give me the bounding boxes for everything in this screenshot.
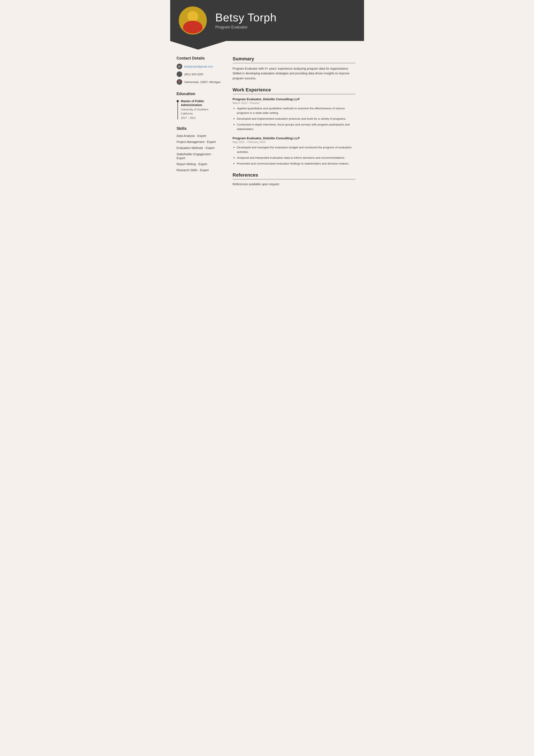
location-item: 📍 Selmerstad, 13657, Michigan — [177, 79, 221, 85]
edu-bullet — [177, 100, 179, 102]
education-section: Education Master of Public Administratio… — [177, 92, 221, 120]
location-value: Selmerstad, 13657, Michigan — [184, 80, 220, 84]
references-text: References available upon request — [233, 182, 355, 186]
references-title: References — [233, 172, 355, 179]
job-0-bullet-0: Applied quantitative and qualitative met… — [233, 106, 355, 115]
contact-title: Contact Details — [177, 56, 221, 61]
candidate-name: Betsy Torph — [216, 12, 355, 24]
job-0-bullet-1: Developed and implemented evaluation pro… — [233, 117, 355, 121]
sidebar: Contact Details ✉ betsytorph@gmail.com 📞… — [170, 50, 226, 201]
job-0-bullet-2: Conducted in-depth interviews, focus gro… — [233, 122, 355, 131]
summary-title: Summary — [233, 56, 355, 63]
candidate-title: Program Evaluator — [216, 25, 355, 30]
skill-5: Research Skills - Expert — [177, 168, 221, 172]
job-1: Program Evaluator, Deloitte Consulting L… — [233, 136, 355, 166]
job-1-bullet-0: Developed and managed the evaluation bud… — [233, 145, 355, 154]
job-0: Program Evaluator, Deloitte Consulting L… — [233, 97, 355, 131]
main-body: Contact Details ✉ betsytorph@gmail.com 📞… — [170, 50, 364, 201]
skill-1: Project Management - Expert — [177, 140, 221, 144]
email-icon: ✉ — [177, 64, 182, 69]
job-1-bullet-2: Presented and communicated evaluation fi… — [233, 162, 355, 166]
summary-section: Summary Program Evaluator with 5+ years'… — [233, 56, 355, 81]
job-0-bullets: Applied quantitative and qualitative met… — [233, 106, 355, 131]
header-chevron — [170, 41, 226, 50]
job-1-title: Program Evaluator, Deloitte Consulting L… — [233, 136, 355, 140]
avatar-image — [180, 7, 206, 34]
references-section: References References available upon req… — [233, 172, 355, 186]
skill-0: Data Analysis - Expert — [177, 134, 221, 138]
chevron-container — [170, 41, 364, 50]
summary-text: Program Evaluator with 5+ years' experie… — [233, 66, 355, 81]
avatar-head — [188, 11, 198, 22]
contact-section: Contact Details ✉ betsytorph@gmail.com 📞… — [177, 56, 221, 85]
edu-school: University of Southern California — [181, 108, 221, 115]
avatar-body — [183, 21, 202, 34]
resume-wrapper: Betsy Torph Program Evaluator Contact De… — [170, 0, 364, 756]
skills-title: Skills — [177, 126, 221, 131]
email-item: ✉ betsytorph@gmail.com — [177, 64, 221, 69]
email-link[interactable]: betsytorph@gmail.com — [184, 65, 213, 68]
work-experience-section: Work Experience Program Evaluator, Deloi… — [233, 87, 355, 166]
email-value: betsytorph@gmail.com — [184, 65, 213, 68]
skill-4: Report Writing - Expert — [177, 162, 221, 166]
work-experience-title: Work Experience — [233, 87, 355, 94]
phone-icon: 📞 — [177, 71, 182, 77]
edu-content: Master of Public Administration Universi… — [181, 99, 221, 120]
skills-section: Skills Data Analysis - Expert Project Ma… — [177, 126, 221, 172]
phone-item: 📞 (951) 933 0292 — [177, 71, 221, 77]
job-0-title: Program Evaluator, Deloitte Consulting L… — [233, 97, 355, 101]
edu-years: 2017 - 2021 — [181, 116, 221, 120]
resume-header: Betsy Torph Program Evaluator — [170, 0, 364, 41]
edu-bullet-line — [177, 100, 179, 120]
job-0-date: March 2023 - Present — [233, 101, 355, 105]
job-1-date: May 2021 - February 2023 — [233, 140, 355, 144]
phone-value: (951) 933 0292 — [184, 73, 203, 76]
job-1-bullet-1: Analyzed and interpreted evaluation data… — [233, 156, 355, 160]
location-icon: 📍 — [177, 79, 182, 85]
skill-2: Evaluation Methods - Expert — [177, 146, 221, 150]
skill-3: Stakeholder Engagement - Expert — [177, 152, 221, 160]
edu-degree: Master of Public Administration — [181, 99, 221, 107]
edu-line — [177, 102, 178, 120]
edu-item-0: Master of Public Administration Universi… — [177, 99, 221, 120]
job-1-bullets: Developed and managed the evaluation bud… — [233, 145, 355, 166]
avatar — [179, 7, 207, 35]
main-content: Summary Program Evaluator with 5+ years'… — [226, 50, 364, 201]
education-title: Education — [177, 92, 221, 96]
header-text: Betsy Torph Program Evaluator — [216, 12, 355, 30]
